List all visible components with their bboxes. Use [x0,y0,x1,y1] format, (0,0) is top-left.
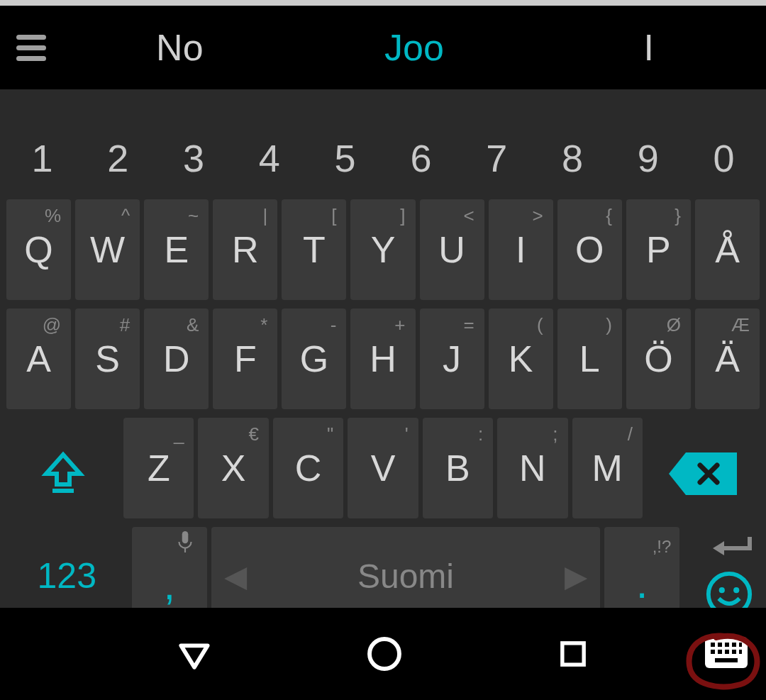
key-5[interactable]: 5 [309,113,381,191]
svg-rect-10 [718,643,722,647]
suggestion-left[interactable]: No [62,26,297,69]
key-a[interactable]: @A [6,309,71,409]
key-7[interactable]: 7 [461,113,533,191]
key-2[interactable]: 2 [82,113,154,191]
suggestion-bar: No Joo I [0,6,766,89]
svg-rect-17 [732,650,736,654]
key-d[interactable]: &D [144,309,209,409]
key-aring[interactable]: Å [695,199,760,300]
app-background-strip [0,0,766,6]
key-3[interactable]: 3 [158,113,230,191]
key-x[interactable]: €X [198,418,268,518]
svg-point-4 [719,587,725,593]
svg-rect-9 [711,643,715,647]
svg-point-6 [370,639,399,669]
svg-rect-7 [562,643,584,665]
key-1[interactable]: 1 [6,113,78,191]
svg-rect-18 [739,650,742,654]
svg-rect-16 [725,650,729,654]
navigation-bar [0,608,766,700]
home-button[interactable] [365,634,404,674]
key-j[interactable]: =J [420,309,484,409]
menu-icon[interactable] [0,6,62,89]
svg-rect-11 [725,643,729,647]
key-r[interactable]: |R [213,199,277,300]
number-row: 1 2 3 4 5 6 7 8 9 0 [0,111,766,193]
key-t[interactable]: [T [282,199,346,300]
key-s[interactable]: #S [75,309,140,409]
key-g[interactable]: -G [282,309,346,409]
back-button[interactable] [174,634,214,674]
next-language-icon: ▶ [565,559,587,594]
backspace-key[interactable] [647,418,760,518]
enter-icon [710,534,753,562]
key-0[interactable]: 0 [688,113,760,191]
letter-row-2: @A #S &D *F -G +H =J (K )L ØÖ ÆÄ [0,306,766,411]
svg-rect-12 [732,643,736,647]
svg-rect-13 [739,643,742,647]
shift-icon [38,448,89,499]
punctuation-label: ,!? [653,537,672,557]
key-z[interactable]: _Z [123,418,194,518]
key-n[interactable]: ;N [497,418,567,518]
key-9[interactable]: 9 [612,113,684,191]
suggestion-center[interactable]: Joo [297,26,532,69]
key-h[interactable]: +H [350,309,415,409]
key-adia[interactable]: ÆÄ [695,309,760,409]
letter-row-3: _Z €X "C 'V :B ;N /M [0,416,766,521]
svg-rect-14 [711,650,715,654]
key-y[interactable]: ]Y [350,199,415,300]
key-w[interactable]: ^W [75,199,140,300]
backspace-icon [669,452,737,495]
key-4[interactable]: 4 [233,113,305,191]
svg-rect-1 [182,531,189,543]
key-k[interactable]: (K [489,309,553,409]
key-8[interactable]: 8 [537,113,609,191]
key-v[interactable]: 'V [348,418,418,518]
letter-row-1: %Q ^W ~E |R [T ]Y <U >I {O }P Å [0,197,766,302]
prev-language-icon: ◀ [224,559,247,594]
svg-point-5 [733,587,739,593]
key-l[interactable]: )L [557,309,622,409]
key-e[interactable]: ~E [144,199,209,300]
keyboard-switch-button[interactable] [704,635,749,673]
key-odia[interactable]: ØÖ [626,309,691,409]
keyboard-icon [704,635,749,670]
key-b[interactable]: :B [423,418,493,518]
home-icon [365,634,404,674]
mic-icon [177,531,193,555]
key-6[interactable]: 6 [385,113,457,191]
recents-icon [555,635,592,672]
key-o[interactable]: {O [557,199,622,300]
svg-rect-19 [715,658,738,662]
shift-key[interactable] [6,418,119,518]
key-p[interactable]: }P [626,199,691,300]
key-c[interactable]: "C [273,418,343,518]
space-language-label: Suomi [357,557,454,596]
keyboard: 1 2 3 4 5 6 7 8 9 0 %Q ^W ~E |R [T ]Y <U… [0,89,766,608]
recents-button[interactable] [555,635,592,672]
key-f[interactable]: *F [213,309,277,409]
suggestion-right[interactable]: I [531,26,766,69]
key-u[interactable]: <U [420,199,484,300]
key-q[interactable]: %Q [6,199,71,300]
svg-rect-15 [718,650,722,654]
key-m[interactable]: /M [572,418,643,518]
back-icon [174,634,214,674]
key-i[interactable]: >I [489,199,553,300]
